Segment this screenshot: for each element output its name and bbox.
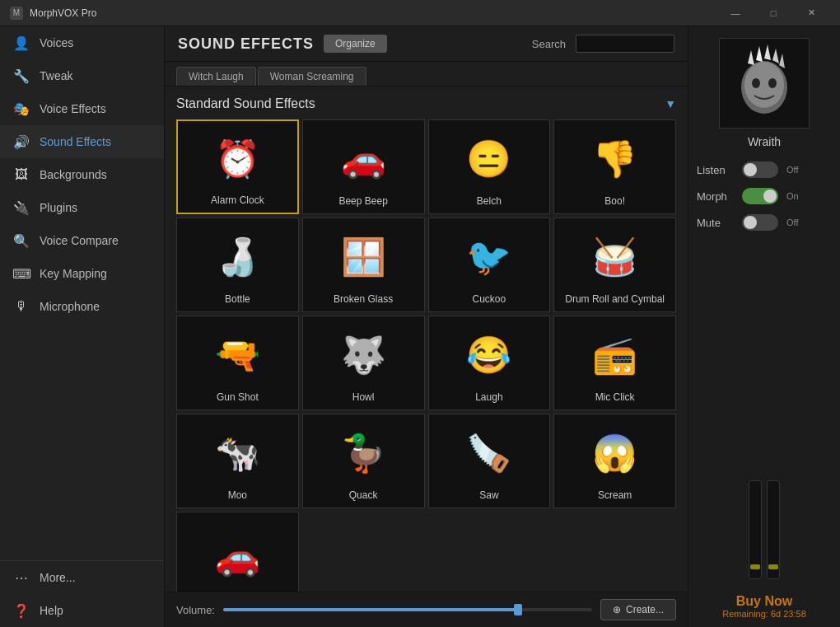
sidebar-item-more[interactable]: ⋯ More...	[0, 561, 164, 594]
morph-label: Morph	[697, 190, 734, 203]
mute-toggle-row: Mute Off	[697, 214, 832, 231]
buy-now-section: Buy Now Remaining: 6d 23:58	[722, 594, 806, 619]
morph-toggle-knob	[763, 190, 777, 203]
window-controls: — □ ✕	[716, 0, 830, 26]
sidebar-label-more: More...	[40, 571, 76, 584]
sidebar-label-key-mapping: Key Mapping	[40, 267, 107, 280]
effect-item-alarm-clock[interactable]: ⏰Alarm Clock	[176, 119, 299, 214]
effects-area[interactable]: Standard Sound Effects ▼ ⏰Alarm Clock🚗Be…	[165, 87, 688, 592]
create-label: Create...	[626, 604, 664, 615]
create-button[interactable]: ⊕ Create...	[600, 599, 676, 620]
effect-label-belch: Belch	[477, 195, 502, 207]
minimize-button[interactable]: —	[716, 0, 754, 26]
svg-point-3	[752, 78, 760, 88]
sidebar-label-sound-effects: Sound Effects	[40, 135, 111, 148]
effect-icon-beep-beep: 🚗	[306, 125, 421, 192]
effect-item-scream[interactable]: 😱Scream	[553, 414, 676, 508]
titlebar: M MorphVOX Pro — □ ✕	[0, 0, 840, 26]
effect-icon-laugh: 😂	[432, 321, 547, 388]
effects-grid: ⏰Alarm Clock🚗Beep Beep😑Belch👎Boo!🍶Bottle…	[176, 119, 676, 592]
svg-point-4	[768, 78, 777, 88]
effect-label-beep-beep: Beep Beep	[338, 195, 387, 207]
app-icon: M	[10, 7, 23, 20]
effect-item-quack[interactable]: 🦆Quack	[302, 414, 425, 508]
sidebar-label-help: Help	[40, 604, 63, 617]
effect-item-belch[interactable]: 😑Belch	[428, 119, 551, 214]
sidebar-spacer	[0, 323, 164, 560]
sidebar-item-key-mapping[interactable]: ⌨ Key Mapping	[0, 257, 164, 290]
buy-now-text[interactable]: Buy Now	[722, 594, 806, 609]
microphone-icon: 🎙	[13, 298, 30, 315]
organize-button[interactable]: Organize	[324, 35, 387, 53]
content-header: SOUND EFFECTS Organize Search	[165, 26, 688, 62]
sidebar-item-sound-effects[interactable]: 🔊 Sound Effects	[0, 125, 164, 158]
sidebar-item-voices[interactable]: 👤 Voices	[0, 26, 164, 59]
slider-2[interactable]	[767, 480, 780, 579]
effect-item-bottle[interactable]: 🍶Bottle	[176, 218, 299, 312]
effect-item-laugh[interactable]: 😂Laugh	[428, 316, 551, 410]
sidebar-item-voice-compare[interactable]: 🔍 Voice Compare	[0, 224, 164, 257]
effect-icon-mic-click: 📻	[558, 321, 672, 388]
effect-item-mic-click[interactable]: 📻Mic Click	[553, 316, 676, 410]
slider-1[interactable]	[749, 480, 762, 579]
effect-icon-boo: 👎	[558, 125, 672, 192]
mute-status: Off	[786, 218, 798, 227]
effect-item-gun-shot[interactable]: 🔫Gun Shot	[176, 316, 299, 410]
mute-toggle-knob	[744, 216, 757, 229]
mute-label: Mute	[697, 217, 734, 229]
sidebar-item-help[interactable]: ❓ Help	[0, 594, 164, 627]
effect-item-cuckoo[interactable]: 🐦Cuckoo	[428, 218, 551, 312]
effect-item-beep-beep[interactable]: 🚗Beep Beep	[302, 119, 425, 214]
sidebar-label-voice-compare: Voice Compare	[40, 234, 119, 247]
maximize-button[interactable]: □	[754, 0, 792, 26]
effect-icon-saw: 🪚	[432, 419, 547, 486]
listen-toggle-row: Listen Off	[697, 161, 832, 178]
volume-slider[interactable]	[223, 608, 592, 611]
search-label: Search	[532, 38, 566, 50]
effects-dropdown-icon[interactable]: ▼	[665, 97, 676, 110]
mute-toggle[interactable]	[742, 214, 778, 231]
create-icon: ⊕	[613, 604, 621, 615]
sidebar: 👤 Voices 🔧 Tweak 🎭 Voice Effects 🔊 Sound…	[0, 26, 165, 627]
avatar-box	[719, 38, 810, 129]
tab-witch-laugh[interactable]: Witch Laugh	[176, 67, 256, 86]
sidebar-item-microphone[interactable]: 🎙 Microphone	[0, 290, 164, 323]
search-input[interactable]	[576, 35, 674, 53]
morph-toggle[interactable]	[742, 188, 778, 204]
sidebar-bottom: ⋯ More... ❓ Help	[0, 560, 164, 627]
listen-toggle-knob	[744, 163, 757, 176]
sidebar-item-voice-effects[interactable]: 🎭 Voice Effects	[0, 92, 164, 125]
effect-item-broken-glass[interactable]: 🪟Broken Glass	[302, 218, 425, 312]
volume-thumb	[514, 604, 522, 615]
tab-woman-screaming[interactable]: Woman Screaming	[258, 67, 366, 86]
effect-icon-broken-glass: 🪟	[306, 223, 421, 290]
morph-toggle-row: Morph On	[697, 188, 832, 204]
effect-item-car[interactable]: 🚗	[176, 512, 299, 592]
app-title: MorphVOX Pro	[30, 7, 716, 19]
sidebar-item-plugins[interactable]: 🔌 Plugins	[0, 191, 164, 224]
more-icon: ⋯	[13, 569, 30, 586]
effect-label-cuckoo: Cuckoo	[473, 293, 506, 305]
effect-item-drum-roll[interactable]: 🥁Drum Roll and Cymbal	[553, 218, 676, 312]
volume-fill	[223, 608, 518, 611]
effect-item-moo[interactable]: 🐄Moo	[176, 414, 299, 508]
effect-icon-howl: 🐺	[306, 321, 421, 388]
listen-toggle[interactable]	[742, 161, 778, 178]
key-mapping-icon: ⌨	[13, 265, 30, 282]
right-panel: Wraith Listen Off Morph On Mute	[688, 26, 840, 627]
sidebar-label-plugins: Plugins	[40, 201, 77, 214]
sidebar-item-backgrounds[interactable]: 🖼 Backgrounds	[0, 158, 164, 191]
bottom-bar: Volume: ⊕ Create...	[165, 592, 688, 627]
effect-item-saw[interactable]: 🪚Saw	[428, 414, 551, 508]
right-sliders	[749, 480, 780, 579]
sidebar-item-tweak[interactable]: 🔧 Tweak	[0, 59, 164, 92]
volume-label: Volume:	[176, 604, 215, 616]
effect-item-boo[interactable]: 👎Boo!	[553, 119, 676, 214]
effects-area-title: Standard Sound Effects	[176, 96, 665, 111]
effect-item-howl[interactable]: 🐺Howl	[302, 316, 425, 410]
effect-icon-drum-roll: 🥁	[558, 223, 672, 290]
voice-effects-icon: 🎭	[13, 101, 30, 117]
close-button[interactable]: ✕	[792, 0, 830, 26]
effect-label-gun-shot: Gun Shot	[217, 391, 259, 403]
effect-icon-cuckoo: 🐦	[432, 223, 547, 290]
